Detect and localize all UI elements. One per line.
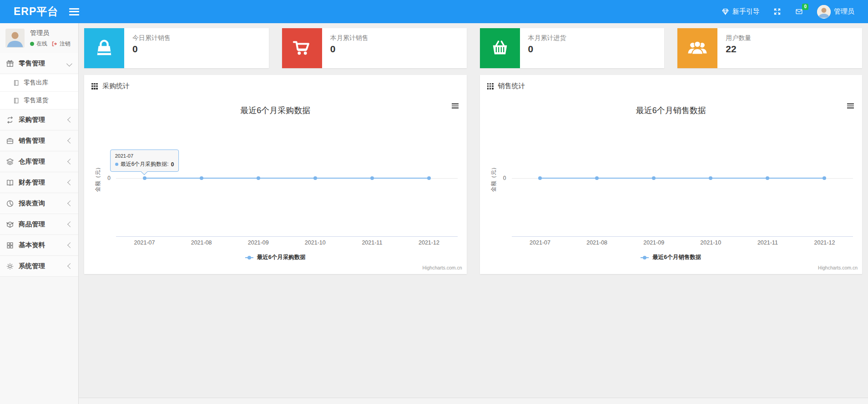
tooltip-category: 2021-07	[115, 153, 174, 159]
series-line	[145, 178, 429, 179]
chevron-down-icon	[66, 61, 72, 67]
legend-item[interactable]: 最近6个月采购数据	[84, 254, 467, 261]
credits-link[interactable]: Highcharts.com.cn	[818, 265, 858, 270]
fullscreen-button[interactable]	[773, 8, 781, 15]
grid-icon	[6, 241, 14, 249]
data-point-marker[interactable]	[538, 176, 542, 180]
x-axis-label: 2021-12	[419, 239, 439, 246]
grid-icon	[487, 83, 494, 90]
book-icon	[6, 179, 14, 187]
data-point-marker[interactable]	[143, 176, 146, 180]
pie-icon	[6, 200, 14, 208]
chevron-left-icon	[67, 159, 73, 165]
legend-marker-icon	[641, 255, 649, 260]
guide-button[interactable]: 新手引导	[722, 7, 760, 16]
mail-badge: 0	[802, 4, 808, 10]
stat-card-label: 用户数量	[726, 34, 751, 42]
messages-button[interactable]: 0	[795, 8, 803, 15]
sidebar-item-system[interactable]: 系统管理	[0, 256, 78, 277]
data-point-marker[interactable]	[257, 176, 260, 180]
sidebar-item-sales[interactable]: 销售管理	[0, 130, 78, 151]
panel-title: 销售统计	[498, 82, 525, 90]
hamburger-icon[interactable]	[69, 8, 79, 15]
tooltip-series-dot	[115, 163, 118, 166]
sidebar-item-reports[interactable]: 报表查询	[0, 193, 78, 214]
data-point-marker[interactable]	[427, 176, 431, 180]
app-brand[interactable]: ERP平台	[0, 5, 69, 19]
x-axis-label: 2021-09	[248, 239, 269, 246]
chevron-left-icon	[67, 117, 73, 123]
sidebar-user-name: 管理员	[30, 29, 71, 37]
stat-card-label: 今日累计销售	[132, 34, 171, 42]
data-point-marker[interactable]	[652, 176, 656, 180]
credits-link[interactable]: Highcharts.com.cn	[423, 265, 462, 270]
sales-chart: 最近6个月销售数据金额（元）02021-072021-082021-092021…	[480, 96, 863, 274]
data-point-marker[interactable]	[370, 176, 374, 180]
x-axis-label: 2021-11	[757, 239, 778, 246]
panel-header: 销售统计	[480, 75, 863, 96]
plot-area: 2021-072021-082021-092021-102021-112021-…	[116, 96, 458, 274]
x-axis-label: 2021-09	[643, 239, 664, 246]
data-point-marker[interactable]	[595, 176, 599, 180]
chevron-left-icon	[67, 221, 73, 227]
gem-icon	[722, 8, 729, 15]
sidebar: 管理员 在线 注销 零售管理零售出库零售退货采购管理销售管理仓库管理财务管理报表…	[0, 23, 79, 404]
data-point-marker[interactable]	[823, 176, 826, 180]
layers-icon	[6, 158, 14, 166]
sidebar-item-label: 系统管理	[19, 262, 45, 270]
gift-icon	[6, 60, 14, 68]
legend-label: 最近6个月销售数据	[652, 254, 701, 261]
charts-row: 采购统计 最近6个月采购数据金额（元）02021-072021-082021-0…	[84, 75, 862, 274]
stat-cards-row: 今日累计销售0本月累计销售0本月累计进货0用户数量22	[84, 28, 862, 68]
users-icon	[677, 28, 717, 68]
sidebar-item-label: 商品管理	[19, 220, 45, 229]
stat-card-label: 本月累计销售	[330, 34, 368, 42]
sidebar-item-retail-return[interactable]: 零售退货	[0, 92, 78, 110]
x-axis-label: 2021-12	[814, 239, 835, 246]
repeat-icon	[6, 116, 14, 124]
sidebar-item-purchase[interactable]: 采购管理	[0, 110, 78, 130]
sidebar-item-label: 仓库管理	[19, 157, 45, 166]
x-axis-label: 2021-07	[530, 239, 550, 246]
sidebar-item-label: 采购管理	[19, 115, 45, 124]
user-name: 管理员	[834, 7, 854, 16]
sidebar-item-goods[interactable]: 商品管理	[0, 214, 78, 235]
x-axis-label: 2021-08	[586, 239, 607, 246]
guide-label: 新手引导	[732, 7, 760, 16]
user-avatar	[817, 5, 831, 19]
panel-title: 采购统计	[102, 82, 130, 90]
data-point-marker[interactable]	[766, 176, 769, 180]
sidebar-item-basic-data[interactable]: 基本资料	[0, 235, 78, 256]
logout-icon	[51, 41, 57, 47]
chevron-left-icon	[67, 180, 73, 185]
purchase-chart: 最近6个月采购数据金额（元）02021-072021-082021-092021…	[84, 96, 467, 274]
x-axis-label: 2021-10	[700, 239, 721, 246]
data-point-marker[interactable]	[709, 176, 712, 180]
gear-icon	[6, 262, 14, 270]
sidebar-item-label: 报表查询	[19, 199, 45, 208]
legend-item[interactable]: 最近6个月销售数据	[480, 254, 863, 261]
sidebar-item-retail[interactable]: 零售管理	[0, 53, 78, 74]
user-menu[interactable]: 管理员	[817, 5, 854, 19]
y-axis-tick: 0	[499, 175, 506, 181]
sidebar-item-label: 销售管理	[19, 136, 45, 145]
main-content: 首页 今日累计销售0本月累计销售0本月累计进货0用户数量22 采购统计 最近6个…	[78, 0, 868, 274]
sidebar-user-panel: 管理员 在线 注销	[0, 23, 78, 53]
tooltip-value: 0	[171, 161, 174, 168]
sidebar-item-warehouse[interactable]: 仓库管理	[0, 151, 78, 172]
basket-icon	[480, 28, 520, 68]
panel-header: 采购统计	[84, 75, 467, 96]
online-status-label: 在线	[36, 40, 47, 48]
logout-link[interactable]: 注销	[60, 40, 71, 48]
sidebar-item-label: 零售退货	[24, 96, 48, 105]
sidebar-item-finance[interactable]: 财务管理	[0, 172, 78, 193]
sidebar-item-retail-outbound[interactable]: 零售出库	[0, 74, 78, 92]
chevron-left-icon	[67, 200, 73, 206]
chevron-left-icon	[67, 138, 73, 144]
legend-marker-icon	[245, 255, 253, 260]
stat-card-month-sales: 本月累计销售0	[282, 28, 467, 68]
sidebar-menu: 零售管理零售出库零售退货采购管理销售管理仓库管理财务管理报表查询商品管理基本资料…	[0, 53, 78, 277]
journal-icon	[13, 80, 20, 86]
data-point-marker[interactable]	[313, 176, 317, 180]
data-point-marker[interactable]	[200, 176, 203, 180]
